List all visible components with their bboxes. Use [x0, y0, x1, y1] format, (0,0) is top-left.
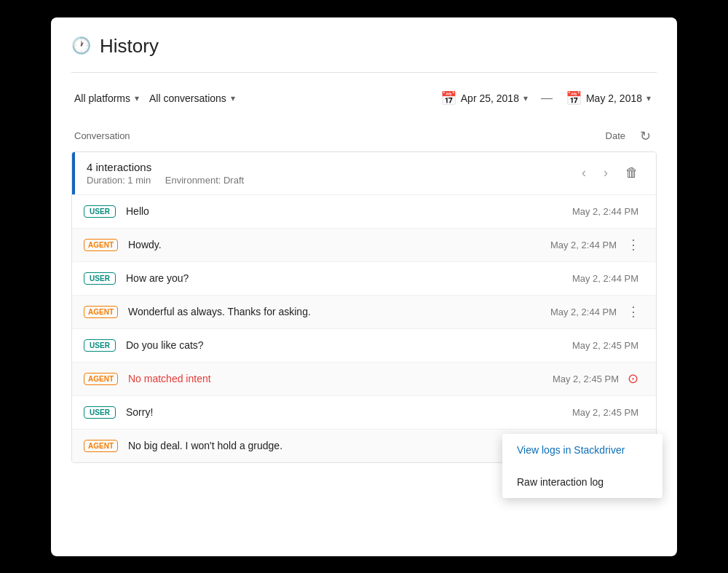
- col-date-label: Date: [606, 130, 625, 141]
- more-options-button[interactable]: ⋮: [622, 304, 644, 320]
- conversations-filter-label: All conversations: [149, 92, 226, 104]
- table-row: USERHow are you?May 2, 2:44 PM: [72, 261, 656, 295]
- message-text: Do you like cats?: [126, 339, 572, 351]
- badge-agent: AGENT: [84, 306, 118, 318]
- conversations-filter[interactable]: All conversations: [146, 88, 242, 108]
- group-header: 4 interactions Duration: 1 min Environme…: [72, 152, 656, 194]
- conversations-chevron-icon: [231, 93, 235, 103]
- context-menu-stackdriver[interactable]: View logs in Stackdriver: [502, 434, 662, 466]
- date-from-chevron-icon: [523, 93, 528, 103]
- group-info: 4 interactions Duration: 1 min Environme…: [87, 161, 576, 186]
- more-options-button[interactable]: ⋮: [622, 237, 644, 253]
- col-conversation-label: Conversation: [74, 130, 606, 141]
- page-title: History: [100, 35, 159, 58]
- error-icon: ⊙: [628, 371, 638, 387]
- message-date: May 2, 2:45 PM: [572, 407, 638, 418]
- table-row: AGENTNo matched intentMay 2, 2:45 PM⊙: [72, 362, 656, 395]
- message-date: May 2, 2:44 PM: [550, 307, 617, 317]
- date-from-button[interactable]: 📅 Apr 25, 2018: [435, 86, 534, 111]
- group-actions: ‹ › 🗑: [576, 162, 644, 183]
- badge-agent: AGENT: [84, 239, 118, 251]
- group-duration: Duration: 1 min: [87, 175, 151, 186]
- date-to-button[interactable]: 📅 May 2, 2018: [560, 86, 657, 111]
- next-button[interactable]: ›: [598, 162, 614, 183]
- message-text: Howdy.: [128, 239, 550, 250]
- prev-button[interactable]: ‹: [576, 162, 592, 183]
- context-menu-raw-log[interactable]: Raw interaction log: [502, 466, 662, 498]
- badge-user: USER: [84, 205, 116, 218]
- badge-agent: AGENT: [84, 440, 118, 452]
- table-row: AGENTWonderful as always. Thanks for ask…: [72, 295, 656, 328]
- message-text: Sorry!: [126, 406, 572, 418]
- history-icon: 🕐: [71, 36, 91, 55]
- interactions-list: USERHelloMay 2, 2:44 PMAGENTHowdy.May 2,…: [72, 194, 656, 462]
- message-text: No big deal. I won't hold a grudge.: [128, 440, 550, 451]
- badge-user: USER: [84, 406, 116, 419]
- date-dash: —: [541, 92, 553, 105]
- date-to-label: May 2, 2018: [586, 92, 642, 104]
- table-row: USERDo you like cats?May 2, 2:45 PM: [72, 328, 656, 362]
- message-text: No matched intent: [128, 373, 553, 384]
- group-meta: Duration: 1 min Environment: Draft: [87, 175, 576, 186]
- message-date: May 2, 2:45 PM: [572, 340, 638, 351]
- message-date: May 2, 2:44 PM: [572, 273, 638, 284]
- history-card: 🕐 History All platforms All conversation…: [51, 17, 677, 556]
- group-environment: Environment: Draft: [165, 175, 244, 186]
- refresh-button[interactable]: ↻: [637, 125, 654, 147]
- delete-button[interactable]: 🗑: [620, 162, 644, 183]
- platforms-filter[interactable]: All platforms: [71, 88, 146, 108]
- conversation-group: 4 interactions Duration: 1 min Environme…: [71, 151, 657, 463]
- date-from-label: Apr 25, 2018: [461, 92, 519, 104]
- table-row: USERSorry!May 2, 2:45 PM: [72, 395, 656, 429]
- message-text: How are you?: [126, 272, 572, 284]
- group-title: 4 interactions: [87, 161, 576, 173]
- date-range-section: 📅 Apr 25, 2018 — 📅 May 2, 2018: [435, 86, 657, 111]
- message-text: Wonderful as always. Thanks for asking.: [128, 306, 550, 317]
- message-date: May 2, 2:45 PM: [553, 374, 619, 384]
- filter-bar: All platforms All conversations 📅 Apr 25…: [71, 73, 657, 121]
- platforms-chevron-icon: [135, 93, 139, 103]
- calendar-from-icon: 📅: [440, 90, 456, 106]
- badge-user: USER: [84, 272, 116, 285]
- badge-agent: AGENT: [84, 373, 118, 385]
- date-to-chevron-icon: [646, 93, 651, 103]
- message-date: May 2, 2:44 PM: [550, 240, 617, 250]
- table-row: AGENTHowdy.May 2, 2:44 PM⋮: [72, 228, 656, 261]
- calendar-to-icon: 📅: [566, 90, 582, 106]
- table-header: Conversation Date ↻: [71, 121, 657, 151]
- message-text: Hello: [126, 205, 572, 217]
- page-header: 🕐 History: [71, 35, 657, 73]
- context-menu: View logs in Stackdriver Raw interaction…: [502, 434, 662, 498]
- table-row: USERHelloMay 2, 2:44 PM: [72, 194, 656, 228]
- platforms-filter-label: All platforms: [74, 92, 130, 104]
- message-date: May 2, 2:44 PM: [572, 206, 638, 217]
- badge-user: USER: [84, 339, 116, 352]
